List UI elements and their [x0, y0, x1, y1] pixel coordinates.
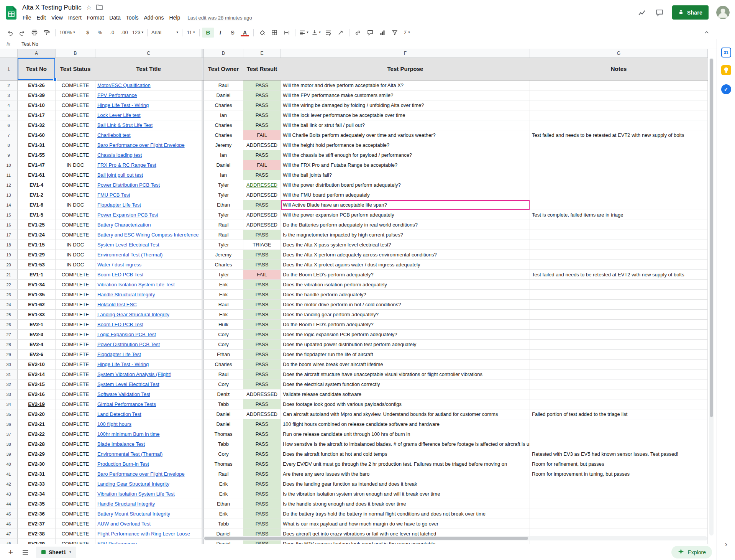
test-title-link[interactable]: Chassis loading test [97, 152, 142, 158]
cell-F9-test-purpose[interactable]: Will the chassis be stiff enough for pay… [281, 150, 530, 160]
row-header-13[interactable]: 13 [0, 190, 18, 200]
cell-A12-test-no[interactable]: EV1-4 [18, 180, 56, 190]
bold-button[interactable]: B [202, 28, 214, 38]
cell-B20-test-status[interactable]: IN DOC [56, 260, 95, 269]
cell-C12-test-title[interactable]: Power Distribution PCB Test [95, 180, 202, 190]
test-title-link[interactable]: Lock Lever Life test [97, 112, 141, 118]
cell-A32-test-no[interactable]: EV2-15 [18, 379, 56, 389]
cell-F22-test-purpose[interactable]: Does the vibration isolation perform ade… [281, 280, 530, 289]
font-size-select[interactable]: 11▾ [185, 28, 197, 38]
row-header-7[interactable]: 7 [0, 130, 18, 140]
cell-E25-test-result[interactable]: PASS [243, 310, 281, 319]
cell-G5-notes[interactable] [530, 110, 708, 120]
row-header-37[interactable]: 37 [0, 429, 18, 439]
cell-E28-test-result[interactable]: PASS [243, 340, 281, 349]
cell-F42-test-purpose[interactable]: Does the landing gear function as intend… [281, 479, 530, 489]
cell-D8-test-owner[interactable]: Jeremy [204, 140, 243, 150]
column-header-c[interactable]: C [95, 49, 202, 57]
cell-B6-test-status[interactable]: COMPLETE [56, 120, 95, 130]
cell-G37-notes[interactable] [530, 429, 708, 439]
row-header-3[interactable]: 3 [0, 90, 18, 100]
cell-C46-test-title[interactable]: AUW and Overload Test [95, 519, 202, 529]
cell-B12-test-status[interactable]: COMPLETE [56, 180, 95, 190]
cell-B22-test-status[interactable]: COMPLETE [56, 280, 95, 289]
cell-G34-notes[interactable] [530, 399, 708, 409]
cell-F14-test-purpose[interactable]: Will Active Blade have an acceptable lif… [281, 200, 530, 210]
column-header-b[interactable]: B [56, 49, 95, 57]
test-title-link[interactable]: FMU PCB Test [97, 192, 130, 198]
test-title-link[interactable]: Battery and ESC Wiring Compass Interefen… [97, 232, 199, 238]
cell-G26-notes[interactable] [530, 320, 708, 329]
row-header-21[interactable]: 21 [0, 270, 18, 279]
cell-A8-test-no[interactable]: EV1-31 [18, 140, 56, 150]
cell-A37-test-no[interactable]: EV2-22 [18, 429, 56, 439]
cell-F1-test-purpose-header[interactable]: Test Purpose [281, 58, 530, 80]
cell-G23-notes[interactable] [530, 290, 708, 299]
activity-chart-icon[interactable] [637, 8, 647, 18]
borders-button[interactable] [268, 28, 281, 38]
cell-A19-test-no[interactable]: EV1-29 [18, 250, 56, 259]
cell-E13-test-result[interactable]: ADDRESSED [243, 190, 281, 200]
cell-E36-test-result[interactable]: PASS [243, 419, 281, 429]
cell-A35-test-no[interactable]: EV2-20 [18, 409, 56, 419]
row-header-18[interactable]: 18 [0, 240, 18, 250]
cell-E29-test-result[interactable]: PASS [243, 350, 281, 359]
cell-B26-test-status[interactable]: COMPLETE [56, 320, 95, 329]
fill-color-button[interactable] [256, 28, 268, 38]
cell-F11-test-purpose[interactable]: Will the ball joints fail? [281, 170, 530, 180]
cell-F28-test-purpose[interactable]: Does the updated power distribution test… [281, 340, 530, 349]
cell-G46-notes[interactable] [530, 519, 708, 529]
test-title-link[interactable]: Land Detection Test [97, 411, 141, 417]
cell-E15-test-result[interactable]: ADDRESSED [243, 210, 281, 220]
cell-G10-notes[interactable] [530, 160, 708, 170]
column-header-e[interactable]: E [243, 49, 281, 57]
cell-B5-test-status[interactable]: COMPLETE [56, 110, 95, 120]
cell-F18-test-purpose[interactable]: Does the Alta X pass system level electr… [281, 240, 530, 250]
cell-A2-test-no[interactable]: EV1-26 [18, 80, 56, 90]
comments-icon[interactable] [655, 8, 664, 18]
cell-A27-test-no[interactable]: EV2-3 [18, 330, 56, 339]
row-header-41[interactable]: 41 [0, 469, 18, 479]
cell-E33-test-result[interactable]: ADDRESSED [243, 389, 281, 399]
row-header-27[interactable]: 27 [0, 330, 18, 339]
cell-E1-test-result-header[interactable]: Test Result [243, 58, 281, 80]
cell-B33-test-status[interactable]: COMPLETE [56, 389, 95, 399]
cell-F8-test-purpose[interactable]: Will the height hold performance be acce… [281, 140, 530, 150]
cell-G4-notes[interactable] [530, 100, 708, 110]
cell-D29-test-owner[interactable]: Ethan [204, 350, 243, 359]
cell-E12-test-result[interactable]: ADDRESSED [243, 180, 281, 190]
test-title-link[interactable]: Environmental Test (Thermal) [97, 451, 162, 457]
cell-F41-test-purpose[interactable]: Are there any aero issues with the baro [281, 469, 530, 479]
vertical-scrollbar-thumb[interactable] [710, 59, 713, 417]
cell-A39-test-no[interactable]: EV2-29 [18, 449, 56, 459]
menu-tools[interactable]: Tools [123, 13, 141, 22]
cell-F7-test-purpose[interactable]: Will Charlie Bolts perform adequately ov… [281, 130, 530, 140]
horizontal-scrollbar[interactable] [203, 536, 707, 540]
test-title-link[interactable]: Hinge Life Test - Wiring [97, 361, 149, 367]
cell-C19-test-title[interactable]: Environmental Test (Thermal) [95, 250, 202, 259]
cell-B4-test-status[interactable]: COMPLETE [56, 100, 95, 110]
cell-F39-test-purpose[interactable]: Does the aircraft function at hot and co… [281, 449, 530, 459]
cell-F10-test-purpose[interactable]: Will the FRX Pro and Futaba Range be acc… [281, 160, 530, 170]
test-title-link[interactable]: Vibration Isolation System Life Test [97, 491, 175, 497]
cell-A34-test-no[interactable]: EV2-19 [18, 399, 56, 409]
cell-D10-test-owner[interactable]: Daniel [204, 160, 243, 170]
test-title-link[interactable]: Logic Expansion PCB Test [97, 332, 156, 337]
cell-F44-test-purpose[interactable]: Is the handle strong enough and does it … [281, 499, 530, 509]
row-header-34[interactable]: 34 [0, 399, 18, 409]
cell-A10-test-no[interactable]: EV1-47 [18, 160, 56, 170]
cell-C33-test-title[interactable]: Software Validation Test [95, 389, 202, 399]
test-title-link[interactable]: Ball Link & Strut Life Test [97, 122, 153, 128]
test-title-link[interactable]: System Vibration Analysis (Flight) [97, 371, 171, 377]
row-header-45[interactable]: 45 [0, 509, 18, 519]
cell-G45-notes[interactable] [530, 509, 708, 519]
test-title-link[interactable]: System Level Electrical Test [97, 242, 159, 248]
cell-D17-test-owner[interactable]: Raul [204, 230, 243, 240]
cell-A45-test-no[interactable]: EV2-36 [18, 509, 56, 519]
cell-G24-notes[interactable] [530, 300, 708, 309]
cell-G42-notes[interactable] [530, 479, 708, 489]
cell-D7-test-owner[interactable]: Charles [204, 130, 243, 140]
text-wrap-button[interactable] [322, 28, 335, 38]
test-title-link[interactable]: Handle Structural Integrity [97, 292, 155, 297]
cell-D22-test-owner[interactable]: Erik [204, 280, 243, 289]
